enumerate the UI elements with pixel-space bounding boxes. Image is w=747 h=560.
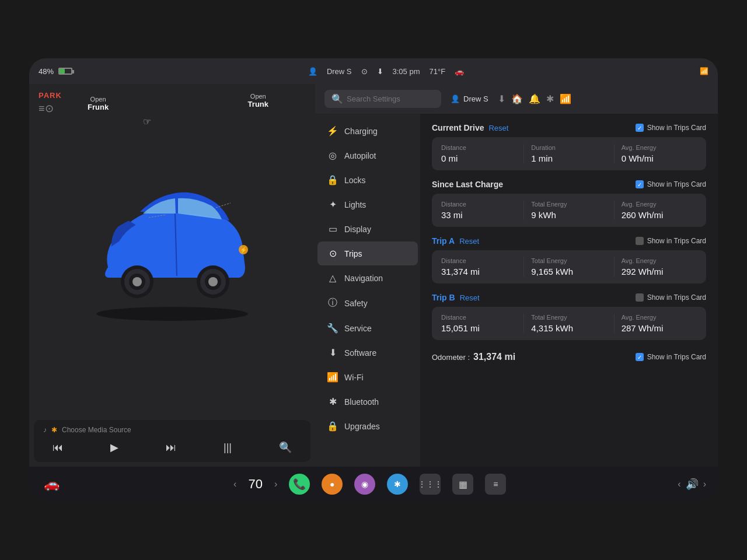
slc-total-energy: Total Energy 9 kWh bbox=[531, 201, 614, 220]
trip-b-total-energy: Total Energy 4,315 kWh bbox=[531, 314, 614, 333]
temp-decrease-button[interactable]: ‹ bbox=[233, 479, 236, 489]
volume-increase-button[interactable]: › bbox=[703, 479, 706, 489]
sidebar-item-lights[interactable]: ✦ Lights bbox=[317, 192, 418, 216]
sidebar-item-wifi[interactable]: 📶 Wi-Fi bbox=[317, 365, 418, 389]
taskbar-center: ‹ 70 › 📞 ● ◉ ✱ ⋮⋮⋮ ▦ ≡ bbox=[233, 474, 506, 495]
trip-a-checkbox[interactable] bbox=[636, 237, 644, 245]
odometer-value: 31,374 mi bbox=[473, 352, 515, 362]
music-icon: ♪ bbox=[43, 426, 47, 434]
battery-icon bbox=[58, 68, 72, 75]
trip-b-stats: Distance 15,051 mi Total Energy 4,315 kW… bbox=[432, 307, 706, 340]
since-last-charge-checkbox[interactable]: ✓ bbox=[636, 180, 644, 188]
status-bar-center: 👤 Drew S ⊙ ⬇ 3:05 pm 71°F 🚗 bbox=[308, 67, 464, 76]
search-media-button[interactable]: 🔍 bbox=[274, 439, 296, 456]
current-drive-checkbox[interactable]: ✓ bbox=[636, 124, 644, 132]
trip-b-section: Trip B Reset Show in Trips Card Distance bbox=[432, 293, 706, 340]
search-input[interactable] bbox=[347, 94, 434, 103]
park-label: PARK bbox=[39, 91, 62, 100]
trip-a-label: Trip A bbox=[432, 236, 455, 246]
navigation-icon: △ bbox=[327, 272, 338, 284]
search-box[interactable]: 🔍 bbox=[324, 90, 441, 108]
open-trunk-label[interactable]: Open Trunk bbox=[248, 93, 268, 108]
sidebar-item-safety[interactable]: ⓘ Safety bbox=[317, 290, 418, 316]
trip-a-distance: Distance 31,374 mi bbox=[441, 257, 524, 276]
bell-icon: 🔔 bbox=[529, 93, 540, 104]
trips-content: Current Drive Reset ✓ Show in Trips Card… bbox=[420, 114, 718, 467]
software-label: Software bbox=[344, 348, 376, 358]
app-icon-list[interactable]: ≡ bbox=[485, 474, 506, 495]
temp-increase-button[interactable]: › bbox=[274, 479, 277, 489]
signal-icon: 📶 bbox=[700, 67, 708, 75]
sidebar-item-charging[interactable]: ⚡ Charging bbox=[317, 119, 418, 143]
lights-icon: ✦ bbox=[327, 199, 338, 210]
status-temp: 71°F bbox=[430, 67, 446, 76]
sidebar-item-locks[interactable]: 🔒 Locks bbox=[317, 168, 418, 192]
service-label: Service bbox=[344, 324, 372, 333]
safety-icon: ⓘ bbox=[327, 297, 338, 309]
current-drive-section: Current Drive Reset ✓ Show in Trips Card… bbox=[432, 123, 706, 170]
app-icon-purple[interactable]: ◉ bbox=[354, 474, 375, 495]
sidebar-item-display[interactable]: ▭ Display bbox=[317, 217, 418, 241]
temperature-value: 70 bbox=[248, 477, 262, 492]
car-taskbar-icon[interactable]: 🚗 bbox=[41, 474, 62, 495]
settings-header: 🔍 👤 Drew S ⬇ 🏠 🔔 ✱ 📶 bbox=[315, 84, 718, 114]
upgrades-label: Upgrades bbox=[344, 422, 380, 431]
current-drive-title: Current Drive Reset bbox=[432, 123, 508, 132]
current-drive-stats: Distance 0 mi Duration 1 min Avg. Energy… bbox=[432, 137, 706, 170]
since-last-charge-show-trips: ✓ Show in Trips Card bbox=[636, 180, 706, 188]
trip-a-reset[interactable]: Reset bbox=[459, 237, 479, 246]
app-icon-grid[interactable]: ⋮⋮⋮ bbox=[420, 474, 441, 495]
app-icon-square[interactable]: ▦ bbox=[452, 474, 473, 495]
bluetooth-header-icon: ✱ bbox=[546, 93, 554, 104]
volume-decrease-button[interactable]: ‹ bbox=[678, 479, 680, 489]
sidebar-item-autopilot[interactable]: ◎ Autopilot bbox=[317, 144, 418, 167]
car-visualization: Open Frunk ☞ Open Trunk bbox=[29, 84, 315, 415]
wifi-icon: 📶 bbox=[327, 372, 338, 383]
since-last-charge-title: Since Last Charge bbox=[432, 180, 503, 189]
sidebar-item-service[interactable]: 🔧 Service bbox=[317, 316, 418, 340]
app-icon-orange[interactable]: ● bbox=[322, 474, 343, 495]
locks-icon: 🔒 bbox=[327, 174, 338, 186]
car-image: ⚡ bbox=[73, 174, 271, 326]
header-user: 👤 Drew S bbox=[451, 94, 488, 103]
user-avatar-icon: 👤 bbox=[451, 94, 460, 103]
user-icon: 👤 bbox=[308, 67, 317, 76]
sidebar-item-trips[interactable]: ⊙ Trips bbox=[317, 242, 418, 265]
service-icon: 🔧 bbox=[327, 323, 338, 334]
charging-icon: ⚡ bbox=[327, 125, 338, 136]
svg-point-9 bbox=[208, 277, 218, 286]
volume-icon: 🔊 bbox=[686, 478, 699, 491]
person-icon: 🚗 bbox=[455, 67, 464, 76]
park-badge: PARK ≡⊙ bbox=[39, 91, 62, 115]
next-button[interactable]: ⏭ bbox=[161, 439, 181, 456]
taskbar-left: 🚗 bbox=[41, 474, 62, 495]
slc-distance: Distance 33 mi bbox=[441, 201, 524, 220]
trip-b-checkbox[interactable] bbox=[636, 293, 644, 302]
play-button[interactable]: ▶ bbox=[106, 439, 123, 456]
current-drive-reset[interactable]: Reset bbox=[488, 124, 508, 132]
trip-b-distance: Distance 15,051 mi bbox=[441, 314, 524, 333]
bluetooth-taskbar-icon[interactable]: ✱ bbox=[387, 474, 408, 495]
sidebar-item-upgrades[interactable]: 🔒 Upgrades bbox=[317, 414, 418, 438]
equalizer-button[interactable]: ||| bbox=[219, 439, 236, 456]
open-frunk-label[interactable]: Open Frunk bbox=[88, 96, 109, 111]
media-controls[interactable]: ⏮ ▶ ⏭ ||| 🔍 bbox=[43, 439, 301, 456]
download-header-icon: ⬇ bbox=[498, 93, 505, 104]
autopilot-icon: ◎ bbox=[327, 150, 338, 161]
odometer-row: Odometer : 31,374 mi ✓ Show in Trips Car… bbox=[432, 349, 706, 365]
since-last-charge-stats: Distance 33 mi Total Energy 9 kWh Avg. E… bbox=[432, 194, 706, 227]
current-drive-avg-energy: Avg. Energy 0 Wh/mi bbox=[622, 144, 697, 163]
trip-b-reset[interactable]: Reset bbox=[460, 293, 480, 302]
locks-label: Locks bbox=[344, 176, 366, 185]
sidebar-item-bluetooth[interactable]: ✱ Bluetooth bbox=[317, 390, 418, 414]
prev-button[interactable]: ⏮ bbox=[48, 439, 68, 456]
status-time: 3:05 pm bbox=[393, 67, 420, 76]
trip-b-label: Trip B bbox=[432, 293, 455, 302]
odometer-checkbox[interactable]: ✓ bbox=[636, 353, 644, 361]
display-label: Display bbox=[344, 225, 371, 234]
current-drive-header: Current Drive Reset ✓ Show in Trips Card bbox=[432, 123, 706, 132]
sidebar-item-navigation[interactable]: △ Navigation bbox=[317, 266, 418, 290]
phone-icon[interactable]: 📞 bbox=[289, 474, 310, 495]
sidebar-item-software[interactable]: ⬇ Software bbox=[317, 341, 418, 365]
trip-a-avg-energy: Avg. Energy 292 Wh/mi bbox=[622, 257, 697, 276]
